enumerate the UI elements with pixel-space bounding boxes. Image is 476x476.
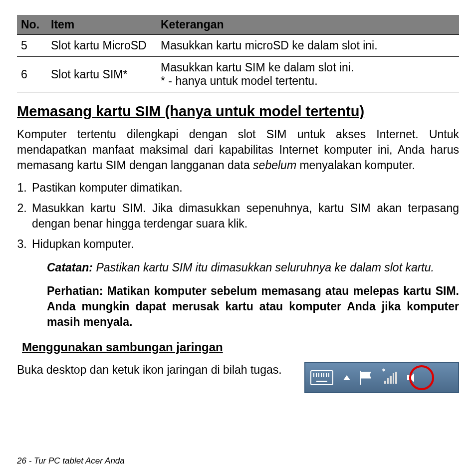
- keyboard-icon: [310, 370, 333, 385]
- cell-no: 5: [17, 35, 47, 57]
- th-item: Item: [47, 15, 157, 35]
- cell-item: Slot kartu MicroSD: [47, 35, 157, 57]
- show-hidden-icons-icon: [343, 375, 350, 380]
- section-heading: Memasang kartu SIM (hanya untuk model te…: [17, 103, 459, 120]
- steps-list: Pastikan komputer dimatikan. Masukkan ka…: [17, 180, 459, 252]
- cell-desc: Masukkan kartu microSD ke dalam slot ini…: [157, 35, 459, 57]
- note-text: Pastikan kartu SIM itu dimasukkan seluru…: [93, 261, 434, 274]
- note-block: Catatan: Pastikan kartu SIM itu dimasukk…: [47, 260, 459, 275]
- table-row: 6 Slot kartu SIM* Masukkan kartu SIM ke …: [17, 57, 459, 92]
- step-item: Masukkan kartu SIM. Jika dimasukkan sepe…: [30, 201, 459, 232]
- intro-paragraph: Komputer tertentu dilengkapi dengan slot…: [17, 127, 459, 173]
- action-center-flag-icon: [360, 371, 374, 385]
- page-footer: 26 - Tur PC tablet Acer Anda: [17, 456, 125, 466]
- spec-table: No. Item Keterangan 5 Slot kartu MicroSD…: [17, 15, 459, 92]
- intro-em: sebelum: [253, 159, 296, 172]
- th-no: No.: [17, 15, 47, 35]
- subsection-heading: Menggunakan sambungan jaringan: [22, 340, 459, 354]
- cell-desc: Masukkan kartu SIM ke dalam slot ini. * …: [157, 57, 459, 92]
- subsection-body: Buka desktop dan ketuk ikon jaringan di …: [17, 362, 294, 378]
- intro-post: menyalakan komputer.: [296, 159, 415, 172]
- warning-block: Perhatian: Matikan komputer sebelum mema…: [47, 283, 459, 330]
- step-item: Hidupkan komputer.: [30, 237, 459, 252]
- note-label: Catatan:: [47, 261, 93, 274]
- cell-item: Slot kartu SIM*: [47, 57, 157, 92]
- th-desc: Keterangan: [157, 15, 459, 35]
- taskbar: [304, 362, 459, 393]
- cell-no: 6: [17, 57, 47, 92]
- network-signal-icon: [384, 372, 397, 384]
- taskbar-screenshot: [304, 362, 459, 397]
- speaker-icon: [407, 372, 418, 383]
- step-item: Pastikan komputer dimatikan.: [30, 180, 459, 196]
- table-row: 5 Slot kartu MicroSD Masukkan kartu micr…: [17, 35, 459, 57]
